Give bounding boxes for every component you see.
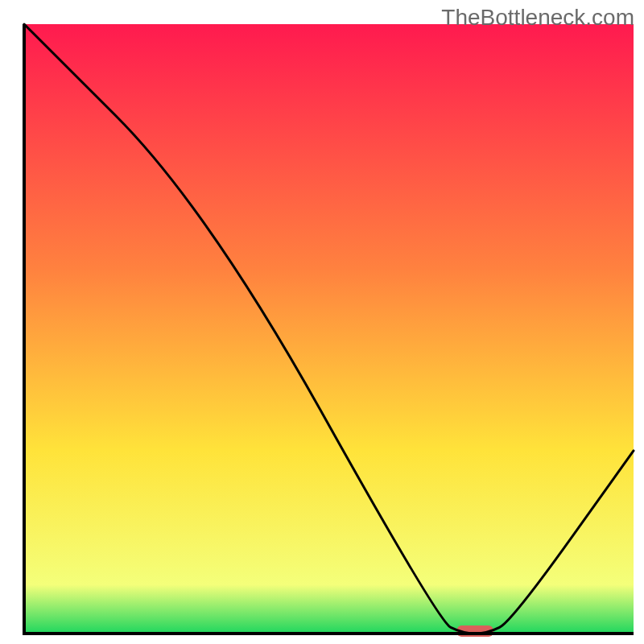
chart-svg [0, 0, 644, 644]
bottleneck-chart: TheBottleneck.com [0, 0, 644, 644]
watermark-text: TheBottleneck.com [441, 5, 634, 31]
